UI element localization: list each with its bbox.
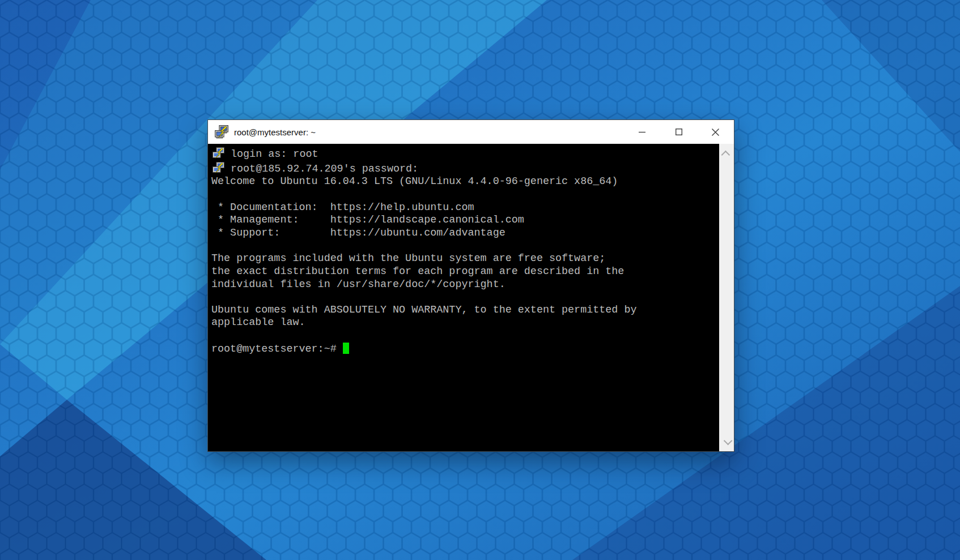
terminal-line: Welcome to Ubuntu 16.04.3 LTS (GNU/Linux…: [211, 176, 717, 189]
terminal-line: [211, 189, 717, 202]
terminal-scrollbar[interactable]: [719, 144, 734, 451]
maximize-icon: [674, 127, 683, 136]
terminal-line: * Documentation: https://help.ubuntu.com: [211, 202, 717, 215]
terminal-cursor: [343, 343, 349, 354]
caption-buttons: [623, 120, 734, 144]
chevron-down-icon: [723, 436, 732, 445]
desktop: root@mytestserver: ~: [0, 0, 960, 560]
chevron-up-icon: [721, 150, 730, 159]
terminal-line: * Management: https://landscape.canonica…: [211, 214, 717, 227]
minimize-button[interactable]: [623, 120, 660, 144]
terminal-content: login as: root root@185.92.74.209's pass…: [208, 144, 719, 451]
maximize-button[interactable]: [660, 120, 697, 144]
close-button[interactable]: [697, 120, 734, 144]
putty-window: root@mytestserver: ~: [207, 119, 734, 452]
terminal-line: [211, 330, 717, 343]
terminal-line: Ubuntu comes with ABSOLUTELY NO WARRANTY…: [211, 304, 717, 317]
titlebar[interactable]: root@mytestserver: ~: [208, 120, 734, 144]
terminal-line: The programs included with the Ubuntu sy…: [211, 253, 717, 266]
scroll-down-button[interactable]: [719, 433, 734, 450]
terminal-prompt-line: root@mytestserver:~#: [211, 343, 717, 356]
minimize-icon: [638, 127, 647, 136]
prompt-text: root@mytestserver:~#: [211, 343, 343, 355]
terminal[interactable]: login as: root root@185.92.74.209's pass…: [208, 144, 734, 451]
close-icon: [711, 127, 720, 137]
terminal-line: [211, 240, 717, 253]
terminal-line: root@185.92.74.209's password:: [211, 161, 717, 176]
putty-icon: [214, 125, 229, 139]
terminal-line: login as: root: [211, 147, 717, 161]
putty-icon: [211, 147, 226, 160]
putty-icon: [211, 161, 226, 174]
terminal-line: the exact distribution terms for each pr…: [211, 266, 717, 279]
terminal-line: [211, 291, 717, 304]
terminal-line: individual files in /usr/share/doc/*/cop…: [211, 279, 717, 292]
scroll-up-button[interactable]: [719, 145, 734, 162]
window-title: root@mytestserver: ~: [234, 127, 623, 137]
terminal-line: applicable law.: [211, 317, 717, 330]
terminal-line: * Support: https://ubuntu.com/advantage: [211, 227, 717, 240]
